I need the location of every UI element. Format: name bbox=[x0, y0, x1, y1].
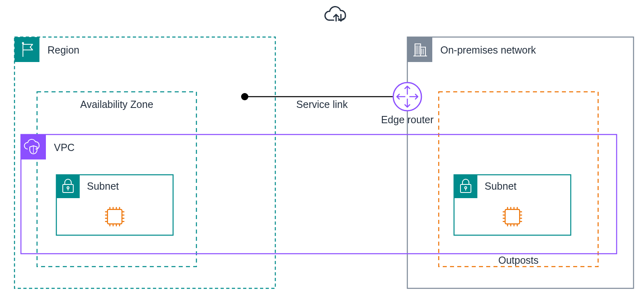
service-link: Service link bbox=[241, 93, 396, 110]
cpu-icon bbox=[105, 207, 124, 226]
outposts-label: Outposts bbox=[498, 255, 539, 266]
region-container: Region bbox=[14, 37, 275, 288]
subnet-right-label: Subnet bbox=[485, 180, 516, 192]
cloud-shield-icon bbox=[21, 135, 46, 159]
on-premises-container: On-premises network bbox=[407, 37, 634, 288]
region-label: Region bbox=[47, 44, 79, 56]
building-icon bbox=[407, 37, 432, 62]
on-premises-label: On-premises network bbox=[440, 44, 536, 56]
subnet-left-label: Subnet bbox=[87, 180, 119, 192]
vpc-label: VPC bbox=[54, 142, 74, 153]
svg-rect-42 bbox=[407, 37, 432, 62]
service-link-label: Service link bbox=[296, 99, 348, 110]
flag-icon bbox=[14, 37, 39, 62]
subnet-left-container: Subnet bbox=[56, 175, 173, 235]
svg-rect-44 bbox=[21, 135, 617, 254]
svg-point-51 bbox=[241, 93, 248, 100]
architecture-diagram: Region Availability Zone On-premises net… bbox=[0, 0, 644, 298]
svg-rect-38 bbox=[14, 37, 275, 288]
router-arrows-icon bbox=[393, 83, 421, 111]
cpu-icon bbox=[503, 207, 522, 226]
edge-router-label: Edge router bbox=[381, 114, 434, 125]
svg-rect-41 bbox=[407, 37, 634, 288]
cloud-updown-icon bbox=[325, 7, 345, 21]
subnet-right-container: Subnet bbox=[454, 175, 571, 235]
lock-icon bbox=[56, 175, 80, 198]
availability-zone-label: Availability Zone bbox=[80, 99, 153, 110]
vpc-container: VPC bbox=[21, 135, 617, 254]
lock-icon bbox=[454, 175, 477, 198]
